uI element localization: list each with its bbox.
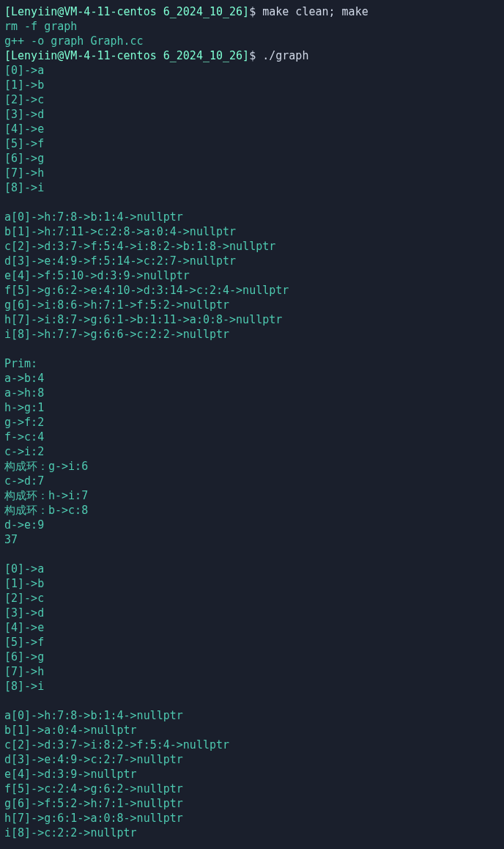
output-line: [5]->f	[4, 636, 44, 649]
output-line: [8]->i	[4, 181, 44, 194]
output-line: 37	[4, 533, 18, 546]
output-line: a[0]->h:7:8->b:1:4->nullptr	[4, 709, 183, 722]
prompt-dollar: $	[249, 49, 256, 62]
output-line: [8]->i	[4, 680, 44, 693]
output-line: h[7]->g:6:1->a:0:8->nullptr	[4, 812, 183, 825]
output-line: e[4]->d:3:9->nullptr	[4, 768, 137, 781]
output-line: a->b:4	[4, 372, 44, 385]
output-line: [7]->h	[4, 166, 44, 180]
output-line: d[3]->e:4:9->c:2:7->nullptr	[4, 753, 183, 766]
output-line: h[7]->i:8:7->g:6:1->b:1:11->a:0:8->nullp…	[4, 313, 282, 326]
output-line: e[4]->f:5:10->d:3:9->nullptr	[4, 269, 190, 282]
terminal-output[interactable]: [Lenyiin@VM-4-11-centos 6_2024_10_26]$ m…	[0, 0, 504, 845]
output-line: f[5]->c:2:4->g:6:2->nullptr	[4, 782, 183, 795]
output-line: [2]->c	[4, 93, 44, 106]
output-line: h->g:1	[4, 401, 44, 414]
output-line: c[2]->d:3:7->i:8:2->f:5:4->nullptr	[4, 738, 229, 751]
output-line: d->e:9	[4, 518, 44, 532]
output-line: g++ -o graph Graph.cc	[4, 34, 144, 48]
output-line: [0]->a	[4, 562, 44, 576]
output-line: [3]->d	[4, 108, 44, 121]
output-line: b[1]->a:0:4->nullptr	[4, 724, 137, 737]
output-line: [5]->f	[4, 137, 44, 150]
output-line: [2]->c	[4, 592, 44, 605]
output-line: f->c:4	[4, 430, 44, 444]
output-line: g[6]->f:5:2->h:7:1->nullptr	[4, 797, 183, 810]
command-text: make clean; make	[262, 5, 368, 18]
prompt-dollar: $	[249, 5, 256, 18]
output-line: c[2]->d:3:7->f:5:4->i:8:2->b:1:8->nullpt…	[4, 240, 275, 253]
prompt-path: 6_2024_10_26]	[163, 49, 249, 62]
output-line: Prim:	[4, 357, 37, 370]
output-line: rm -f graph	[4, 20, 77, 33]
prompt-path: 6_2024_10_26]	[163, 5, 249, 18]
output-line: i[8]->h:7:7->g:6:6->c:2:2->nullptr	[4, 328, 229, 341]
output-line: i[8]->c:2:2->nullptr	[4, 826, 137, 839]
output-line: 构成环：h->i:7	[4, 489, 88, 502]
output-line: [3]->d	[4, 606, 44, 620]
output-line: a->h:8	[4, 386, 44, 400]
output-line: 构成环：b->c:8	[4, 504, 88, 517]
command-text: ./graph	[262, 49, 308, 62]
output-line: b[1]->h:7:11->c:2:8->a:0:4->nullptr	[4, 225, 236, 238]
output-line: [6]->g	[4, 650, 44, 664]
output-line: f[5]->g:6:2->e:4:10->d:3:14->c:2:4->null…	[4, 284, 289, 297]
output-line: 构成环：g->i:6	[4, 460, 88, 473]
output-line: [4]->e	[4, 621, 44, 634]
output-line: c->i:2	[4, 445, 44, 458]
output-line: [0]->a	[4, 64, 44, 77]
output-line: a[0]->h:7:8->b:1:4->nullptr	[4, 210, 183, 224]
output-line: [7]->h	[4, 665, 44, 678]
prompt-userhost: [Lenyiin@VM-4-11-centos	[4, 5, 157, 18]
output-line: d[3]->e:4:9->f:5:14->c:2:7->nullptr	[4, 254, 236, 268]
output-line: [1]->b	[4, 577, 44, 590]
prompt-userhost: [Lenyiin@VM-4-11-centos	[4, 49, 157, 62]
output-line: [4]->e	[4, 122, 44, 136]
output-line: [6]->g	[4, 152, 44, 165]
output-line: [1]->b	[4, 78, 44, 92]
output-line: g->f:2	[4, 416, 44, 429]
output-line: c->d:7	[4, 474, 44, 488]
output-line: g[6]->i:8:6->h:7:1->f:5:2->nullptr	[4, 298, 229, 312]
